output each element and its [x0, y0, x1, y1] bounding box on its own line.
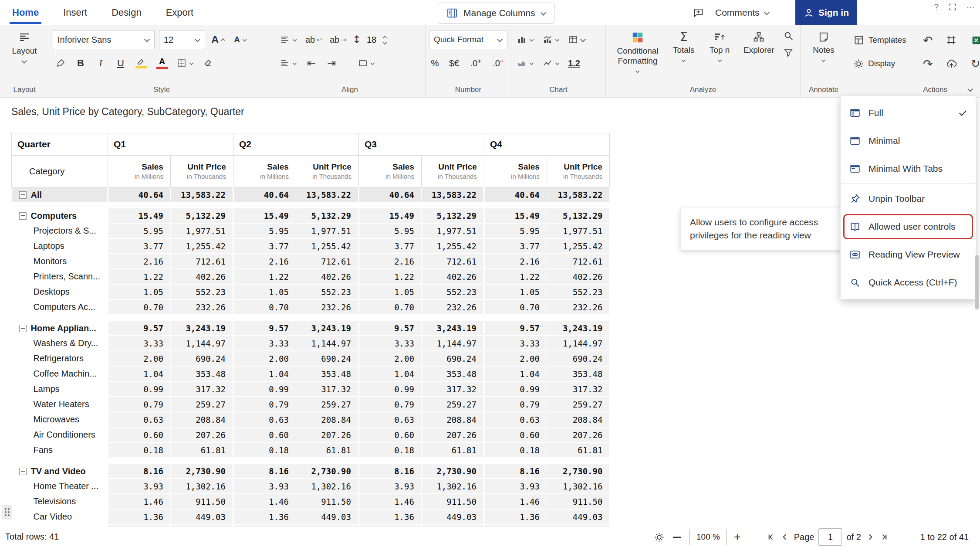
sales-cell[interactable]: 2.00: [484, 351, 547, 366]
unit-price-cell[interactable]: 1,255.42: [296, 238, 358, 254]
sales-cell[interactable]: 5.95: [358, 223, 421, 238]
quarter-header-q4[interactable]: Q4: [484, 133, 609, 156]
borders-button[interactable]: [175, 54, 196, 72]
decrease-decimal-button[interactable]: .0−: [490, 58, 506, 69]
measure-header-sales[interactable]: Salesin Millions: [233, 156, 296, 187]
sales-cell[interactable]: 2.00: [233, 351, 296, 366]
unit-price-cell[interactable]: 3,243.19: [170, 321, 233, 336]
unit-price-cell[interactable]: 1,144.97: [296, 336, 358, 351]
unit-price-cell[interactable]: 13,583.22: [170, 187, 233, 203]
quarter-header-q1[interactable]: Q1: [108, 133, 233, 156]
measure-header-sales[interactable]: Salesin Millions: [484, 156, 547, 187]
sales-cell[interactable]: 1.36: [108, 509, 170, 524]
unit-price-cell[interactable]: 5,132.29: [296, 208, 358, 223]
category-cell[interactable]: Home Theater ...: [12, 479, 108, 494]
unit-price-cell[interactable]: 911.50: [421, 494, 484, 509]
unit-price-cell[interactable]: 690.24: [547, 351, 609, 366]
decrease-font-button[interactable]: A: [232, 31, 249, 49]
sales-cell[interactable]: 40.64: [108, 187, 170, 203]
unit-price-cell[interactable]: 13,583.22: [421, 187, 484, 203]
sales-cell[interactable]: 1.36: [358, 509, 421, 524]
combo-chart-button[interactable]: [541, 31, 562, 49]
quick-format-select[interactable]: Quick Format: [429, 30, 507, 49]
chart-table-button[interactable]: [566, 31, 588, 49]
sales-cell[interactable]: 0.99: [233, 381, 296, 397]
first-page-button[interactable]: [766, 533, 776, 541]
sales-cell[interactable]: 1.04: [108, 366, 170, 381]
unit-price-cell[interactable]: 712.61: [296, 254, 358, 269]
unit-price-cell[interactable]: 3,243.19: [421, 321, 484, 336]
horizontal-align-button[interactable]: [278, 31, 299, 49]
filter-button[interactable]: [783, 48, 794, 58]
unit-price-cell[interactable]: 402.26: [170, 269, 233, 284]
unit-price-cell[interactable]: 259.27: [421, 397, 484, 412]
unit-price-cell[interactable]: 2,730.90: [170, 464, 233, 479]
collapse-icon[interactable]: [19, 191, 27, 199]
next-page-button[interactable]: [865, 533, 875, 541]
sales-cell[interactable]: 0.18: [108, 442, 170, 458]
decrease-indent-button[interactable]: ⇤: [304, 54, 319, 72]
category-cell[interactable]: Fans: [12, 442, 108, 458]
help-icon[interactable]: ?: [934, 2, 939, 12]
measure-header-unit-price[interactable]: Unit Pricein Thousands: [296, 156, 358, 187]
unit-price-cell[interactable]: 552.23: [170, 284, 233, 299]
unit-price-cell[interactable]: 207.26: [170, 427, 233, 442]
totals-button[interactable]: Σ Totals: [666, 29, 702, 65]
sales-cell[interactable]: 0.79: [358, 397, 421, 412]
font-color-button[interactable]: A: [154, 54, 170, 72]
unit-price-cell[interactable]: 259.27: [170, 397, 233, 412]
sales-cell[interactable]: 1.04: [358, 366, 421, 381]
zoom-out-button[interactable]: −: [672, 530, 683, 544]
category-cell[interactable]: Projectors & S...: [12, 223, 108, 238]
increase-decimal-button[interactable]: .0+: [468, 58, 484, 69]
unit-price-cell[interactable]: 712.61: [421, 254, 484, 269]
category-cell[interactable]: Televisions: [12, 494, 108, 509]
category-cell[interactable]: Coffee Machin...: [12, 366, 108, 381]
unit-price-cell[interactable]: 552.23: [547, 284, 609, 299]
tab-export[interactable]: Export: [166, 0, 194, 25]
unit-price-cell[interactable]: 3,243.19: [547, 321, 609, 336]
sales-cell[interactable]: 0.60: [108, 427, 170, 442]
menu-item-minimal[interactable]: Minimal: [841, 127, 976, 155]
zoom-in-button[interactable]: +: [734, 531, 741, 543]
unit-price-cell[interactable]: 207.26: [421, 427, 484, 442]
unit-price-cell[interactable]: 5,132.29: [421, 208, 484, 223]
focus-mode-icon[interactable]: [948, 3, 957, 11]
sales-cell[interactable]: 3.33: [484, 336, 547, 351]
menu-item-unpin-toolbar[interactable]: Unpin Toolbar: [841, 185, 976, 213]
sales-cell[interactable]: 1.22: [108, 269, 170, 284]
sales-cell[interactable]: 3.33: [233, 336, 296, 351]
unit-price-cell[interactable]: 1,977.51: [547, 223, 609, 238]
row-height-stepper[interactable]: ↕ 18: [352, 34, 388, 45]
unit-price-cell[interactable]: 402.26: [547, 269, 609, 284]
quarter-header-q3[interactable]: Q3: [358, 133, 484, 156]
refresh-button[interactable]: ↻: [968, 58, 980, 70]
unit-price-cell[interactable]: 208.84: [296, 412, 358, 427]
canvas-button[interactable]: [943, 34, 965, 46]
explorer-button[interactable]: Explorer: [738, 29, 780, 57]
export-button[interactable]: [968, 34, 980, 46]
category-cell[interactable]: Printers, Scann...: [12, 269, 108, 284]
unit-price-cell[interactable]: 208.84: [547, 412, 609, 427]
sales-cell[interactable]: 3.33: [358, 336, 421, 351]
unit-price-cell[interactable]: 13,583.22: [547, 187, 609, 203]
unit-price-cell[interactable]: 690.24: [170, 351, 233, 366]
unit-price-cell[interactable]: 232.26: [170, 299, 233, 315]
redo-button[interactable]: ↷: [920, 58, 939, 70]
unit-price-cell[interactable]: 2,730.90: [421, 464, 484, 479]
drag-handle[interactable]: [2, 505, 12, 520]
category-cell[interactable]: Home Applian...: [12, 321, 108, 336]
sales-cell[interactable]: 1.46: [108, 494, 170, 509]
category-cell[interactable]: Monitors: [12, 254, 108, 269]
increase-indent-button[interactable]: ⇥: [324, 54, 339, 72]
highlight-color-button[interactable]: [133, 54, 149, 72]
measure-header-unit-price[interactable]: Unit Pricein Thousands: [547, 156, 609, 187]
menu-item-reading-view-preview[interactable]: Reading View Preview: [841, 241, 976, 268]
unit-price-cell[interactable]: 712.61: [547, 254, 609, 269]
category-cell[interactable]: Microwaves: [12, 412, 108, 427]
unit-price-cell[interactable]: 1,255.42: [170, 238, 233, 254]
unit-price-cell[interactable]: 911.50: [170, 494, 233, 509]
measure-header-unit-price[interactable]: Unit Pricein Thousands: [170, 156, 233, 187]
top-n-button[interactable]: Top n: [702, 29, 738, 65]
sales-cell[interactable]: 1.46: [484, 494, 547, 509]
